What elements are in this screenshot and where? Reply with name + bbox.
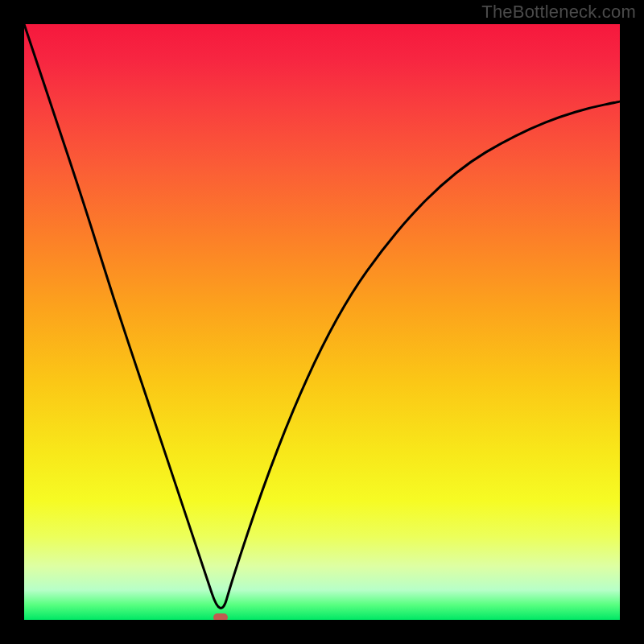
chart-frame: TheBottleneck.com <box>0 0 644 644</box>
minimum-marker <box>213 613 228 620</box>
watermark-text: TheBottleneck.com <box>481 2 636 23</box>
bottleneck-curve <box>24 24 620 620</box>
plot-area <box>24 24 620 620</box>
